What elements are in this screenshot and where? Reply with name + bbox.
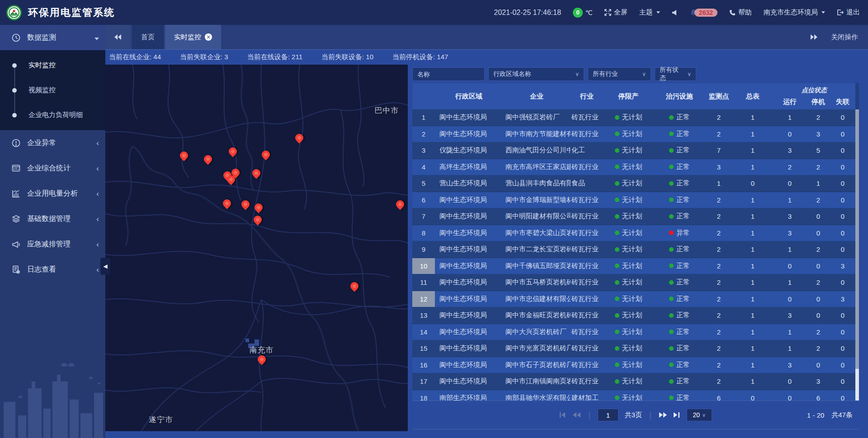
help-button[interactable]: 帮助 — [729, 8, 752, 17]
cell-points: 2 — [705, 258, 732, 274]
name-filter-input[interactable] — [412, 67, 485, 81]
cell-facility-status: 正常 — [654, 324, 705, 340]
status-dot-icon — [669, 148, 674, 153]
tab-home[interactable]: 首页 — [132, 25, 164, 49]
table-row[interactable]: 6阆中生态环境局阆中市金博瑞新型墙材砖瓦行业无计划正常21120 — [412, 192, 855, 209]
cell-industry: 建材加工 — [571, 390, 603, 401]
col-header-lost: 失联 — [830, 98, 855, 106]
cell-meters: 1 — [732, 159, 773, 175]
cell-lost: 0 — [830, 241, 855, 258]
table-row[interactable]: 12阆中生态环境局阆中市忠信建材有限公砖瓦行业无计划正常21003 — [412, 291, 855, 308]
status-dot-icon — [615, 330, 619, 334]
table-row[interactable]: 11阆中生态环境局阆中市五马桥页岩机砖砖瓦行业无计划正常21120 — [412, 274, 855, 291]
region-filter-select[interactable]: 行政区域名称∨ — [488, 67, 584, 81]
table-row[interactable]: 16阆中生态环境局阆中市石子页岩机砖厂砖瓦行业无计划正常21300 — [412, 357, 855, 374]
cell-company: 阆中千佛镇五郎垭页岩 — [503, 258, 571, 274]
table-row[interactable]: 1阆中生态环境局阆中强锐页岩砖厂砖瓦行业无计划正常21120 — [412, 109, 855, 126]
table-row[interactable]: 17阆中生态环境局阆中市江南镇阆南页岩砖瓦行业无计划正常21030 — [412, 373, 855, 390]
sidebar-group-6[interactable]: 应急减排管理‹ — [0, 231, 105, 257]
scrollbar-thumb[interactable] — [855, 109, 859, 369]
stat-item: 当前在线企业: 44 — [109, 53, 161, 61]
table-row[interactable]: 9阆中生态环境局阆中市二龙长宝页岩砖砖瓦行业无计划正常21120 — [412, 241, 855, 258]
user-dropdown[interactable]: 南充市生态环境局 — [764, 8, 825, 17]
notifications-button[interactable]: 2632 — [690, 9, 717, 17]
cell-points: 3 — [705, 159, 732, 175]
prev-page-button[interactable] — [573, 412, 581, 418]
last-page-button[interactable] — [673, 412, 680, 418]
table-row[interactable]: 13阆中生态环境局阆中市金福旺页岩机砖砖瓦行业无计划正常21300 — [412, 307, 855, 324]
cell-industry: 砖瓦行业 — [571, 324, 603, 340]
cell-stop: 2 — [807, 274, 830, 291]
cell-lost: 0 — [830, 225, 855, 241]
status-dot-icon — [615, 247, 619, 252]
logout-button[interactable]: 退出 — [837, 8, 860, 17]
status-dot-icon — [615, 313, 619, 318]
double-chevron-right-icon[interactable] — [810, 34, 817, 40]
layers-icon — [12, 214, 21, 223]
cell-stop: 2 — [807, 192, 830, 208]
table-row[interactable]: 18南部生态环境局南部县驰华水泥有限公建材加工无计划正常60060 — [412, 390, 855, 401]
chevron-down-icon: ∨ — [642, 71, 646, 77]
cell-plan-status: 无计划 — [603, 291, 654, 307]
cell-meters: 1 — [732, 225, 773, 241]
cell-stop: 6 — [807, 390, 830, 401]
first-page-button[interactable] — [559, 412, 566, 418]
cell-company: 阆中大兴页岩机砖厂 — [503, 324, 571, 340]
sidebar-item-视频监控[interactable]: 视频监控 — [0, 78, 105, 103]
tab-scroll-left-button[interactable] — [105, 25, 131, 49]
cell-facility-status: 正常 — [654, 373, 705, 390]
table-row[interactable]: 7阆中生态环境局阆中明阳建材有限公司砖瓦行业无计划正常21300 — [412, 208, 855, 225]
cell-plan-status: 无计划 — [603, 192, 654, 208]
cell-region: 高坪生态环境局 — [435, 159, 503, 175]
row-number: 12 — [412, 291, 435, 307]
tab-bar: 首页 实时监控 ✕ 关闭操作 — [105, 25, 868, 50]
page-size-select[interactable]: 20∨ — [687, 409, 712, 421]
table-row[interactable]: 4高坪生态环境局南充市高坪区王家店建砖瓦行业无计划正常31220 — [412, 159, 855, 176]
table-row[interactable]: 14阆中生态环境局阆中大兴页岩机砖厂砖瓦行业无计划正常21120 — [412, 324, 855, 341]
tab-close-icon[interactable]: ✕ — [205, 33, 212, 41]
sidebar-group-7[interactable]: 日志查看‹ — [0, 257, 105, 282]
cell-region: 阆中生态环境局 — [435, 225, 503, 241]
table-row[interactable]: 5营山生态环境局营山县润丰肉食品有限食品无计划正常10010 — [412, 175, 855, 192]
cell-points: 2 — [705, 109, 732, 126]
theme-dropdown[interactable]: 主题 — [639, 8, 660, 17]
row-number: 4 — [412, 159, 435, 175]
chevron-down-icon — [821, 11, 825, 14]
row-number: 15 — [412, 340, 435, 357]
sidebar-group-5[interactable]: 基础数据管理‹ — [0, 206, 105, 231]
status-filter-select[interactable]: 所有状态∨ — [655, 67, 696, 81]
table-header: 行政区域 企业 行业 停限产 治污设施 监测点 总表 点位状态 运行 停机 — [412, 83, 855, 109]
next-page-button[interactable] — [659, 412, 667, 418]
sidebar-group-1[interactable]: 数据监测 — [0, 25, 105, 50]
map-canvas[interactable]: 巴中市南充市遂宁市 — [105, 65, 408, 431]
datetime: 2021-02-25 17:46:18 — [494, 9, 561, 17]
cell-plan-status: 无计划 — [603, 373, 654, 390]
sidebar-group-label: 基础数据管理 — [27, 214, 96, 224]
cell-lost: 0 — [830, 126, 855, 142]
industry-filter-select[interactable]: 所有行业∨ — [588, 67, 651, 81]
table-row[interactable]: 10阆中生态环境局阆中千佛镇五郎垭页岩砖瓦行业无计划正常21003 — [412, 258, 855, 275]
fullscreen-button[interactable]: 全屏 — [604, 8, 627, 17]
sidebar-item-企业电力负荷明细[interactable]: 企业电力负荷明细 — [0, 103, 105, 127]
notification-count-badge: 2632 — [694, 9, 717, 17]
table-row[interactable]: 15阆中生态环境局阆中市光富页岩机砖厂砖瓦行业无计划正常21120 — [412, 340, 855, 357]
status-dot-icon — [669, 264, 674, 268]
sound-mute-button[interactable] — [672, 9, 678, 16]
sidebar-collapse-handle[interactable]: ◀ — [100, 258, 110, 275]
cell-region: 阆中生态环境局 — [435, 109, 503, 126]
cell-run: 1 — [773, 324, 807, 340]
status-dot-icon — [669, 297, 674, 301]
sidebar-group-4[interactable]: 企业用电量分析‹ — [0, 181, 105, 206]
table-row[interactable]: 8阆中生态环境局阆中市枣碧大梁山页岩砖瓦行业无计划异常21300 — [412, 225, 855, 242]
row-number: 6 — [412, 192, 435, 208]
sidebar-item-实时监控[interactable]: 实时监控 — [0, 53, 105, 78]
close-operations-button[interactable]: 关闭操作 — [831, 33, 858, 42]
tab-realtime-monitor[interactable]: 实时监控 ✕ — [165, 25, 221, 49]
cell-plan-status: 无计划 — [603, 225, 654, 241]
sidebar-group-2[interactable]: 企业异常‹ — [0, 130, 105, 155]
page-number-input[interactable] — [598, 409, 618, 421]
cell-company: 阆中强锐页岩砖厂 — [503, 109, 571, 126]
table-row[interactable]: 3仪陇生态环境局西南油气田分公司川中化工无计划正常71350 — [412, 142, 855, 159]
sidebar-group-3[interactable]: 企业综合统计‹ — [0, 155, 105, 181]
table-row[interactable]: 2阆中生态环境局阆中市南方节能建材有砖瓦行业无计划正常21030 — [412, 126, 855, 143]
